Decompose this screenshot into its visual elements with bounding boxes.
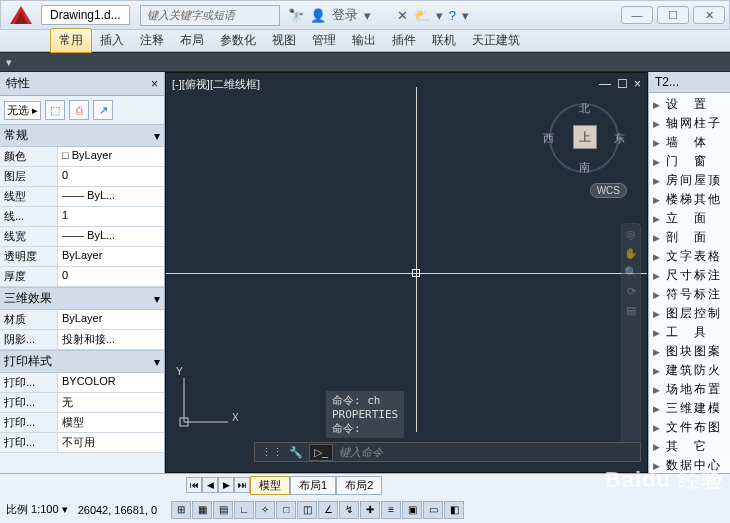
tree-item[interactable]: ▶数据中心: [649, 456, 730, 473]
tree-item[interactable]: ▶三维建模: [649, 399, 730, 418]
expand-icon[interactable]: ▶: [653, 233, 662, 243]
expand-icon[interactable]: ▶: [653, 442, 662, 452]
dropdown-icon[interactable]: ▾: [436, 8, 443, 23]
prop-row[interactable]: 打印...模型: [0, 413, 164, 433]
search-input[interactable]: 键入关键字或短语: [140, 5, 280, 26]
vp-close-icon[interactable]: ×: [634, 77, 641, 91]
signin-label[interactable]: 登录: [332, 6, 358, 24]
sb-grid[interactable]: ▤: [213, 501, 233, 519]
tree-item[interactable]: ▶图块图案: [649, 342, 730, 361]
sb-osnap[interactable]: □: [276, 501, 296, 519]
cloud-icon[interactable]: ⛅: [414, 8, 430, 23]
prop-row[interactable]: 打印...不可用: [0, 433, 164, 453]
tree-item[interactable]: ▶场地布置: [649, 380, 730, 399]
expand-icon[interactable]: ▶: [653, 461, 662, 471]
app-logo[interactable]: [5, 2, 37, 28]
prop-category[interactable]: 打印样式▾: [0, 350, 164, 373]
prop-row[interactable]: 阴影...投射和接...: [0, 330, 164, 350]
minimize-button[interactable]: —: [621, 6, 653, 24]
steering-wheel-icon[interactable]: ◎: [626, 228, 636, 241]
pickadd-button[interactable]: ⎙: [69, 100, 89, 120]
tree-item[interactable]: ▶尺寸标注: [649, 266, 730, 285]
sb-tpy[interactable]: ▣: [402, 501, 422, 519]
binoculars-icon[interactable]: 🔭: [288, 8, 304, 23]
maximize-button[interactable]: ☐: [657, 6, 689, 24]
signin-icon[interactable]: 👤: [310, 8, 326, 23]
prop-value[interactable]: —— ByL...: [58, 227, 164, 246]
prop-row[interactable]: 材质ByLayer: [0, 310, 164, 330]
nav-bar[interactable]: ◎ ✋ 🔍 ⟳ ▤: [621, 223, 641, 453]
ribbon-tab-4[interactable]: 参数化: [212, 29, 264, 52]
prop-value[interactable]: 1: [58, 207, 164, 226]
wcs-badge[interactable]: WCS: [590, 183, 627, 198]
expand-icon[interactable]: ▶: [653, 119, 662, 129]
prop-value[interactable]: 无: [58, 393, 164, 412]
sb-ducs[interactable]: ↯: [339, 501, 359, 519]
tree-item[interactable]: ▶楼梯其他: [649, 190, 730, 209]
expand-icon[interactable]: ▶: [653, 214, 662, 224]
quickselect-button[interactable]: ⬚: [45, 100, 65, 120]
prop-value[interactable]: BYCOLOR: [58, 373, 164, 392]
ribbon-tab-1[interactable]: 插入: [92, 29, 132, 52]
vp-minimize-icon[interactable]: —: [599, 77, 611, 91]
prop-row[interactable]: 厚度0: [0, 267, 164, 287]
viewcube-west[interactable]: 西: [543, 131, 554, 146]
prop-row[interactable]: 线型—— ByL...: [0, 187, 164, 207]
tree-item[interactable]: ▶图层控制: [649, 304, 730, 323]
help-icon[interactable]: ?: [449, 8, 456, 23]
prop-category[interactable]: 常规▾: [0, 124, 164, 147]
expand-icon[interactable]: ▶: [653, 309, 662, 319]
prop-value[interactable]: —— ByL...: [58, 187, 164, 206]
sb-qp[interactable]: ▭: [423, 501, 443, 519]
prop-row[interactable]: 图层0: [0, 167, 164, 187]
sb-polar[interactable]: ✧: [255, 501, 275, 519]
ribbon-tab-8[interactable]: 插件: [384, 29, 424, 52]
file-tab[interactable]: Drawing1.d...: [41, 5, 130, 25]
cmdline-handle-icon[interactable]: ⋮⋮: [261, 446, 283, 459]
tree-item[interactable]: ▶门 窗: [649, 152, 730, 171]
tree-item[interactable]: ▶轴网柱子: [649, 114, 730, 133]
expand-icon[interactable]: ▶: [653, 195, 662, 205]
expand-icon[interactable]: ▶: [653, 252, 662, 262]
dropdown-icon[interactable]: ▾: [364, 8, 371, 23]
sb-infer[interactable]: ⊞: [171, 501, 191, 519]
expand-icon[interactable]: ▶: [653, 271, 662, 281]
expand-icon[interactable]: ▶: [653, 366, 662, 376]
sb-sc[interactable]: ◧: [444, 501, 464, 519]
close-button[interactable]: ✕: [693, 6, 725, 24]
viewcube-north[interactable]: 北: [579, 101, 590, 116]
expand-icon[interactable]: ▶: [653, 423, 662, 433]
expand-icon[interactable]: ▶: [653, 347, 662, 357]
viewcube-south[interactable]: 南: [579, 160, 590, 175]
tree-item[interactable]: ▶其 它: [649, 437, 730, 456]
expand-icon[interactable]: ▶: [653, 290, 662, 300]
tree-item[interactable]: ▶文字表格: [649, 247, 730, 266]
viewcube-top[interactable]: 上: [573, 125, 597, 149]
ribbon-tab-5[interactable]: 视图: [264, 29, 304, 52]
tree-item[interactable]: ▶工 具: [649, 323, 730, 342]
ribbon-tab-10[interactable]: 天正建筑: [464, 29, 528, 52]
prop-value[interactable]: ByLayer: [58, 247, 164, 266]
dropdown-icon[interactable]: ▾: [462, 8, 469, 23]
prop-category[interactable]: 三维效果▾: [0, 287, 164, 310]
tree-item[interactable]: ▶文件布图: [649, 418, 730, 437]
tree-item[interactable]: ▶墙 体: [649, 133, 730, 152]
prop-value[interactable]: 0: [58, 167, 164, 186]
prop-row[interactable]: 颜色□ ByLayer: [0, 147, 164, 167]
layout-tab[interactable]: 模型: [250, 476, 290, 495]
tree-item[interactable]: ▶建筑防火: [649, 361, 730, 380]
tab-prev-button[interactable]: ◀: [202, 477, 218, 493]
ribbon-tab-0[interactable]: 常用: [50, 28, 92, 53]
prop-value[interactable]: □ ByLayer: [58, 147, 164, 166]
pan-icon[interactable]: ✋: [624, 247, 638, 260]
prop-value[interactable]: 0: [58, 267, 164, 286]
ribbon-tab-3[interactable]: 布局: [172, 29, 212, 52]
layout-tab[interactable]: 布局1: [290, 476, 336, 495]
expand-icon[interactable]: ▶: [653, 157, 662, 167]
sb-ortho[interactable]: ∟: [234, 501, 254, 519]
sb-dyn[interactable]: ✚: [360, 501, 380, 519]
sb-snap[interactable]: ▦: [192, 501, 212, 519]
exchange-icon[interactable]: ✕: [397, 8, 408, 23]
zoom-icon[interactable]: 🔍: [624, 266, 638, 279]
tab-next-button[interactable]: ▶: [218, 477, 234, 493]
